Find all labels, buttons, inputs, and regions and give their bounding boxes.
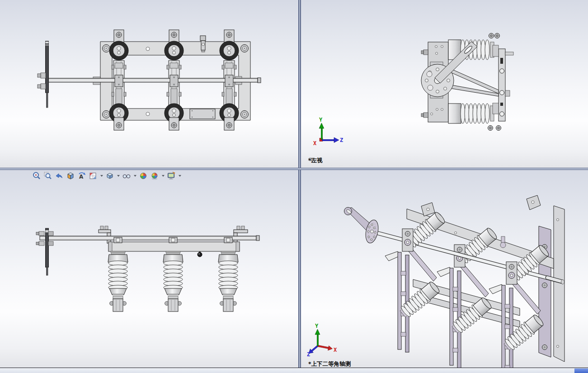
previous-view-button[interactable] <box>54 171 64 181</box>
window-bottom-border <box>0 368 588 373</box>
display-style-icon <box>105 171 114 180</box>
viewport-orientation-label: *上下二等角轴测 <box>308 360 351 368</box>
front-top-clevis <box>200 36 206 52</box>
hide-show-items-dropdown[interactable] <box>133 171 137 181</box>
front-view-drawing <box>0 0 298 168</box>
viewport-dimetric-view[interactable]: Y X Z *上下二等角轴测 <box>301 170 588 368</box>
left-view-links <box>447 67 499 96</box>
dynamic-annotation-views-button[interactable]: A <box>77 171 87 181</box>
zoom-to-fit-icon <box>32 171 41 180</box>
left-view-drawing: Y Z X <box>301 0 588 168</box>
triad-x-label: X <box>334 347 337 353</box>
bottom-view-drawing <box>0 170 298 368</box>
bottom-view-insulators <box>108 251 238 312</box>
apply-scene-dropdown[interactable] <box>161 171 165 181</box>
section-view-button[interactable] <box>66 171 75 181</box>
bottom-view-lever <box>36 228 53 275</box>
display-style-dropdown[interactable] <box>116 171 120 181</box>
view-orientation-button[interactable] <box>88 171 98 181</box>
svg-text:A: A <box>79 174 84 180</box>
view-settings-button[interactable] <box>166 171 176 181</box>
front-operating-lever <box>38 41 49 108</box>
viewport-splitter-horizontal[interactable] <box>0 168 588 170</box>
hide-show-items-button[interactable] <box>122 171 132 181</box>
dynamic-annotation-views-icon: A <box>77 171 86 180</box>
left-view-bottom-insulator <box>448 104 494 123</box>
viewport-left-view[interactable]: Y Z X *左视 <box>301 0 588 168</box>
heads-up-view-toolbar: A <box>32 171 182 181</box>
apply-scene-button[interactable] <box>150 171 160 181</box>
view-orientation-dropdown[interactable] <box>99 171 103 181</box>
edit-appearance-button[interactable] <box>138 171 148 181</box>
display-style-button[interactable] <box>105 171 115 181</box>
linked-views-icon <box>308 157 315 162</box>
viewport-front-view[interactable] <box>0 0 298 168</box>
resize-corner-accent[interactable] <box>574 368 588 373</box>
zoom-to-fit-button[interactable] <box>32 171 42 181</box>
apply-scene-icon <box>150 171 159 180</box>
orientation-triad: Y Z X <box>313 117 343 146</box>
zoom-to-area-button[interactable] <box>43 171 53 181</box>
view-settings-dropdown[interactable] <box>178 171 182 181</box>
viewport-orientation-label: *左视 <box>308 157 323 165</box>
section-view-icon <box>66 171 75 180</box>
viewport-splitter-vertical[interactable] <box>298 0 301 368</box>
viewport-bottom-view[interactable] <box>0 170 298 368</box>
zoom-to-area-icon <box>43 171 52 180</box>
triad-z-label: Z <box>307 351 310 358</box>
edit-appearance-icon <box>139 171 148 180</box>
triad-z-label: Z <box>340 137 343 143</box>
triad-x-label: X <box>313 140 317 146</box>
view-settings-icon <box>167 171 176 180</box>
hide-show-items-icon <box>122 171 131 180</box>
view-orientation-icon <box>89 171 98 180</box>
triad-y-label: Y <box>315 323 319 329</box>
orientation-triad: Y X Z <box>307 323 337 358</box>
solidworks-multi-viewport-canvas: Y Z X *左视 <box>0 0 588 373</box>
dimetric-view-drawing: Y X Z <box>301 170 588 368</box>
dimetric-view-label-text: *上下二等角轴测 <box>308 360 351 368</box>
dimetric-crank-and-lever <box>344 208 381 245</box>
triad-y-label: Y <box>319 117 323 123</box>
previous-view-icon <box>55 171 64 180</box>
